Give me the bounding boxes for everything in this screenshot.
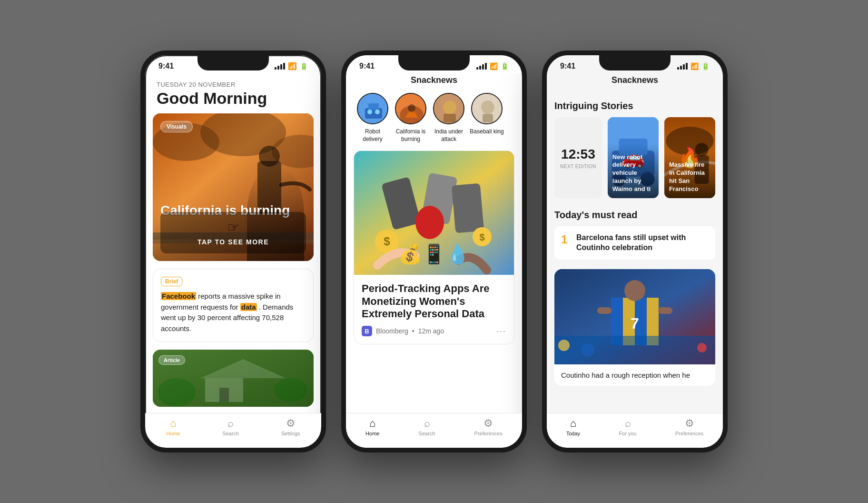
notch-2 [398, 55, 470, 70]
time-ago: 12m ago [418, 327, 444, 335]
source-dot: • [412, 327, 414, 335]
search-icon: ⌕ [227, 418, 234, 429]
status-icons-1: 📶 🔋 [275, 62, 308, 70]
phone-2: 9:41 📶 🔋 Snacknews [341, 50, 527, 453]
story-label-fire: California is burning [393, 128, 429, 143]
app-title-2: Snacknews [346, 73, 522, 93]
must-read-section: Today's must read 1 Barcelona fans still… [547, 202, 723, 269]
svg-point-17 [367, 110, 372, 114]
svg-point-26 [481, 101, 494, 114]
battery-icon-2: 🔋 [501, 62, 509, 70]
nav-prefs-2[interactable]: ⚙ Preferences [474, 418, 503, 436]
wifi-icon: 📶 [288, 62, 297, 70]
story-circle-india [433, 93, 464, 124]
story-thumb-robot[interactable]: New robot delivery vehicule launch by Wa… [608, 117, 659, 198]
prefs-icon-3: ⚙ [685, 418, 694, 429]
main-article-title: Period-Tracking Apps Are Monetizing Wome… [362, 282, 506, 320]
nav-foryou-3[interactable]: ⌕ For you [619, 418, 636, 436]
settings-icon: ⚙ [286, 418, 296, 429]
main-article-body: Period-Tracking Apps Are Monetizing Wome… [354, 275, 514, 344]
svg-point-18 [375, 110, 380, 114]
foryou-icon: ⌕ [625, 418, 631, 429]
intriguing-section: Intriguing Stories 12:53 NEXT EDITION [547, 93, 723, 202]
story-caption-fire: Massive fire in California hit San Franc… [664, 151, 715, 198]
nav-search-1[interactable]: ⌕ Search [222, 418, 239, 436]
next-edition-card: 12:53 NEXT EDITION [554, 117, 602, 198]
story-label-india: India under attack [431, 128, 467, 143]
status-icons-2: 📶 🔋 [476, 62, 509, 70]
nav-prefs-label-2: Preferences [474, 431, 503, 436]
story-item-robot[interactable]: Robot delivery [354, 93, 392, 143]
nav-home-1[interactable]: ⌂ Home [166, 418, 180, 436]
svg-point-61 [697, 343, 707, 352]
svg-text:$: $ [479, 232, 484, 242]
svg-rect-58 [658, 307, 672, 314]
story-thumb-fire[interactable]: Massive fire in California hit San Franc… [664, 117, 715, 198]
bottom-nav-1: ⌂ Home ⌕ Search ⚙ Settings [145, 413, 321, 448]
svg-rect-16 [368, 103, 379, 110]
section-title-intriguing: Intriguing Stories [554, 101, 715, 111]
nav-settings-1[interactable]: ⚙ Settings [281, 418, 300, 436]
coutinho-img: 7 [554, 269, 715, 364]
nav-search-label-1: Search [222, 431, 239, 436]
must-read-item-1[interactable]: 1 Barcelona fans still upset with Coutin… [554, 226, 715, 260]
more-dots[interactable]: ··· [496, 326, 506, 336]
story-label-robot: Robot delivery [355, 128, 391, 143]
nav-today-3[interactable]: ⌂ Today [566, 418, 580, 436]
phone2-scroll[interactable]: Robot delivery California is burning [346, 93, 522, 448]
article-card[interactable]: Article [153, 350, 314, 407]
next-edition-time: 12:53 [561, 147, 595, 162]
story-row: Robot delivery California is burning [346, 93, 522, 151]
date-greeting: TUESDAY 20 NOVEMBER Good Morning [145, 73, 321, 113]
visuals-badge: Visuals [160, 121, 193, 132]
svg-rect-11 [219, 388, 229, 402]
coutinho-card[interactable]: 7 Coutinho had a rough recept [554, 269, 715, 386]
svg-text:7: 7 [631, 315, 639, 332]
wifi-icon-2: 📶 [490, 62, 498, 70]
article-badge: Article [158, 355, 185, 365]
svg-rect-24 [444, 114, 456, 122]
nav-home-label-1: Home [166, 431, 180, 436]
notch [197, 55, 269, 70]
nav-home-2[interactable]: ⌂ Home [365, 418, 379, 436]
main-article-card[interactable]: $ $ Period-Tracking Apps Are Monetizing … [354, 151, 514, 344]
article-meta: B Bloomberg • 12m ago ··· [362, 326, 506, 336]
nav-search-2[interactable]: ⌕ Search [419, 418, 435, 436]
home-icon-2: ⌂ [369, 418, 375, 429]
story-cards-row: 12:53 NEXT EDITION [554, 117, 715, 198]
phone1-scroll[interactable]: TUESDAY 20 NOVEMBER Good Morning [145, 73, 321, 448]
nav-prefs-3[interactable]: ⚙ Preferences [675, 418, 703, 436]
time-3: 9:41 [560, 62, 575, 70]
coutinho-caption: Coutinho had a rough reception when he [554, 364, 715, 386]
story-label-baseball: Baseball king [470, 128, 503, 136]
notch-3 [599, 55, 671, 70]
svg-point-13 [274, 378, 307, 402]
search-icon-2: ⌕ [424, 418, 430, 429]
svg-point-62 [581, 343, 594, 357]
india-story-img [434, 94, 464, 124]
svg-rect-27 [483, 114, 493, 122]
facebook-highlight: Facebook [161, 292, 196, 300]
story-item-india[interactable]: India under attack [430, 93, 468, 143]
phone3-scroll[interactable]: Intriguing Stories 12:53 NEXT EDITION [547, 93, 723, 448]
brief-text: Facebook reports a massive spike in gove… [161, 291, 306, 334]
brief-card[interactable]: Brief Facebook reports a massive spike i… [153, 269, 314, 342]
main-article-img: $ $ [354, 151, 514, 275]
hero-card[interactable]: Visuals California is burning ☞ TAP TO S… [153, 113, 314, 261]
section-title-must-read: Today's must read [554, 210, 715, 221]
baseball-story-img [472, 94, 503, 124]
story-item-fire[interactable]: California is burning [392, 93, 430, 143]
prefs-icon-2: ⚙ [483, 418, 493, 429]
next-edition-label: NEXT EDITION [560, 164, 596, 169]
phone-1: 9:41 📶 🔋 TUESDAY 20 NOVEMBER Good Mornin… [140, 50, 326, 453]
app-title-3: Snacknews [547, 73, 723, 93]
tap-more-box[interactable]: ☞ TAP TO SEE MORE [160, 212, 306, 253]
fire-story-img [396, 94, 426, 124]
story-item-baseball[interactable]: Baseball king [468, 93, 506, 143]
signal-icon-3 [677, 63, 688, 70]
status-icons-3: 📶 🔋 [677, 62, 710, 70]
signal-icon [275, 63, 285, 70]
nav-foryou-label-3: For you [619, 431, 636, 436]
svg-point-23 [443, 101, 456, 114]
robot-story-img [358, 94, 388, 124]
